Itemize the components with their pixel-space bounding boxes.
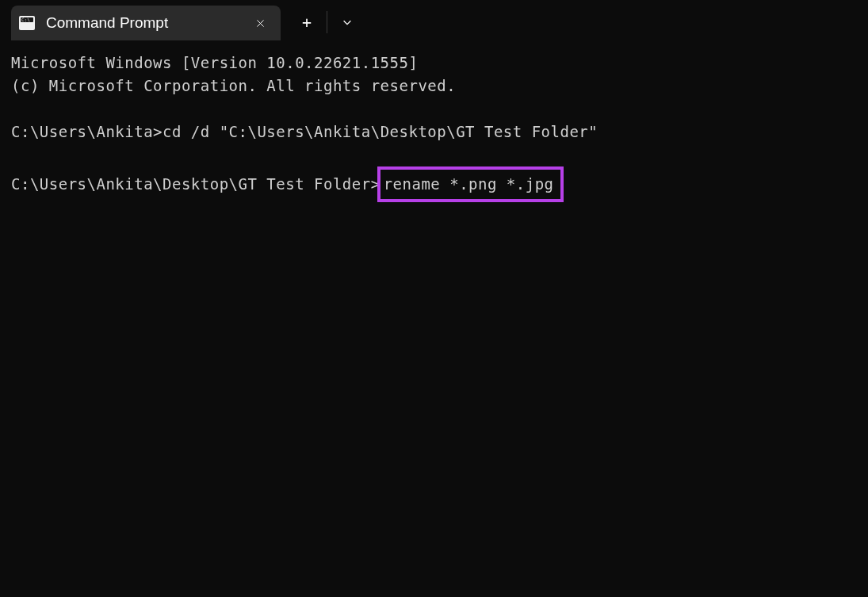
highlighted-command: rename *.png *.jpg (377, 166, 564, 202)
copyright-line: (c) Microsoft Corporation. All rights re… (11, 75, 857, 98)
terminal-icon: C:\ (19, 16, 35, 30)
command-1: cd /d "C:\Users\Ankita\Desktop\GT Test F… (163, 121, 598, 144)
prompt-line-2: C:\Users\Ankita\Desktop\GT Test Folder>r… (11, 166, 857, 202)
command-2: rename *.png *.jpg (384, 175, 554, 193)
prompt-2: C:\Users\Ankita\Desktop\GT Test Folder> (11, 173, 380, 196)
tab-title: Command Prompt (46, 14, 250, 32)
titlebar-actions: + (281, 6, 364, 39)
titlebar: C:\ Command Prompt + (0, 0, 868, 40)
terminal-output[interactable]: Microsoft Windows [Version 10.0.22621.15… (0, 40, 868, 213)
close-tab-button[interactable] (250, 13, 270, 33)
version-line: Microsoft Windows [Version 10.0.22621.15… (11, 52, 857, 75)
chevron-down-icon (342, 17, 353, 28)
dropdown-button[interactable] (331, 6, 364, 39)
blank-line (11, 98, 857, 121)
blank-line (11, 144, 857, 166)
prompt-1: C:\Users\Ankita> (11, 121, 163, 144)
divider (327, 11, 327, 33)
prompt-line-1: C:\Users\Ankita>cd /d "C:\Users\Ankita\D… (11, 121, 857, 144)
tab-command-prompt[interactable]: C:\ Command Prompt (11, 6, 281, 40)
new-tab-button[interactable]: + (290, 6, 323, 39)
